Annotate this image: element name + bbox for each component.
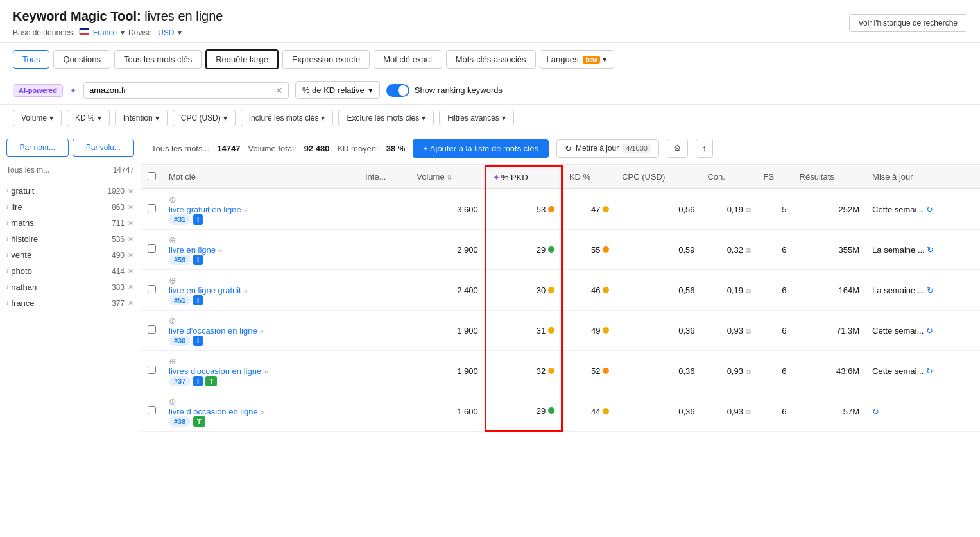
history-button[interactable]: Voir l'historique de recherche <box>849 14 967 32</box>
intent-badge: I <box>193 376 203 386</box>
sort-by-name-btn[interactable]: Par nom... <box>6 139 69 157</box>
keyword-link[interactable]: livres d'occasion en ligne » <box>169 366 352 376</box>
intent-badge: I <box>193 336 203 346</box>
ranking-toggle[interactable] <box>386 84 409 97</box>
filter-kd[interactable]: KD % ▾ <box>67 110 110 126</box>
filter-intention[interactable]: Intention ▾ <box>115 110 168 126</box>
col-intent: Inte... <box>359 166 410 189</box>
copy-icon[interactable]: ⧉ <box>746 368 751 375</box>
refresh-row-icon[interactable]: ↻ <box>926 366 933 376</box>
eye-icon-histoire[interactable]: 👁 <box>127 235 134 243</box>
add-keyword-icon[interactable]: ⊕ <box>169 356 176 366</box>
kd-dropdown[interactable]: % de KD relative ▾ <box>295 81 380 99</box>
refresh-row-icon[interactable]: ↻ <box>926 326 933 336</box>
eye-icon-france[interactable]: 👁 <box>127 300 134 307</box>
sidebar-item-photo[interactable]: › photo 414 👁 <box>0 263 141 279</box>
volume-value: 92 480 <box>304 144 330 153</box>
refresh-row-icon[interactable]: ↻ <box>927 245 934 255</box>
row-checkbox[interactable] <box>148 285 156 293</box>
tab-tous[interactable]: Tous <box>13 50 49 69</box>
col-pkd: ✦% PKD <box>485 166 562 189</box>
tab-mots-cles-associes[interactable]: Mots-clés associés <box>446 50 536 69</box>
clear-search-icon[interactable]: ✕ <box>275 85 283 96</box>
copy-icon[interactable]: ⧉ <box>746 246 751 254</box>
filter-include[interactable]: Inclure les mots clés ▾ <box>241 110 334 126</box>
eye-icon-gratuit[interactable]: 👁 <box>127 187 134 195</box>
filter-cpc[interactable]: CPC (USD) ▾ <box>173 110 236 126</box>
add-keyword-icon[interactable]: ⊕ <box>169 396 176 407</box>
filter-advanced[interactable]: Filtres avancés ▾ <box>439 110 514 126</box>
table-row: ⊕ livre gratuit en ligne » #31 I 3 600 5… <box>141 189 980 230</box>
eye-icon-vente[interactable]: 👁 <box>127 251 134 259</box>
sort-by-vol-btn[interactable]: Par volu... <box>73 139 135 157</box>
copy-icon[interactable]: ⧉ <box>746 327 751 335</box>
refresh-row-icon[interactable]: ↻ <box>872 407 879 416</box>
tab-mot-cle-exact[interactable]: Mot clé exact <box>374 50 442 69</box>
chevron-exclude: ▾ <box>422 114 426 123</box>
sidebar-item-lire[interactable]: › lire 863 👁 <box>0 199 141 215</box>
row-checkbox[interactable] <box>148 366 156 374</box>
sidebar-item-histoire[interactable]: › histoire 536 👁 <box>0 231 141 247</box>
row-checkbox[interactable] <box>148 406 156 414</box>
fs-cell: 6 <box>757 391 793 432</box>
tab-requete-large[interactable]: Requête large <box>205 49 279 69</box>
export-button[interactable]: ↑ <box>696 139 713 158</box>
rank-badge: #37 <box>169 376 191 386</box>
row-checkbox[interactable] <box>148 204 156 212</box>
rank-badge: #59 <box>169 255 191 265</box>
eye-icon-maths[interactable]: 👁 <box>127 219 134 227</box>
sidebar-item-maths[interactable]: › maths 711 👁 <box>0 215 141 231</box>
add-keyword-icon[interactable]: ⊕ <box>169 316 176 326</box>
filter-volume[interactable]: Volume ▾ <box>13 110 62 126</box>
chevron-country[interactable]: ▾ <box>121 28 125 37</box>
add-keyword-icon[interactable]: ⊕ <box>169 235 176 245</box>
keyword-link[interactable]: livre d'occasion en ligne » <box>169 326 352 336</box>
tab-langues[interactable]: Langues beta ▾ <box>540 50 614 69</box>
intent-cell <box>359 230 410 270</box>
eye-icon-photo[interactable]: 👁 <box>127 268 134 275</box>
table-row: ⊕ livre en ligne gratuit » #51 I 2 400 3… <box>141 270 980 311</box>
add-keyword-icon[interactable]: ⊕ <box>169 194 176 205</box>
copy-icon[interactable]: ⧉ <box>746 287 751 294</box>
refresh-row-icon[interactable]: ↻ <box>927 286 934 295</box>
select-all-checkbox[interactable] <box>148 172 156 180</box>
keyword-link[interactable]: livre en ligne gratuit » <box>169 286 352 295</box>
fs-cell: 5 <box>757 189 793 230</box>
tab-questions[interactable]: Questions <box>53 50 110 69</box>
tab-tous-mots-cles[interactable]: Tous les mots clés <box>114 50 202 69</box>
add-keywords-button[interactable]: + Ajouter à la liste de mots clés <box>413 139 549 158</box>
copy-icon[interactable]: ⧉ <box>746 408 751 416</box>
country-link[interactable]: France <box>93 28 117 37</box>
keyword-link[interactable]: livre gratuit en ligne » <box>169 205 352 214</box>
volume-cell: 1 900 <box>410 351 485 391</box>
search-input[interactable] <box>89 85 271 95</box>
copy-icon[interactable]: ⧉ <box>746 206 751 214</box>
sidebar-item-gratuit[interactable]: › gratuit 1920 👁 <box>0 183 141 199</box>
add-keyword-icon[interactable]: ⊕ <box>169 275 176 286</box>
eye-icon-lire[interactable]: 👁 <box>127 203 134 211</box>
settings-button[interactable]: ⚙ <box>667 139 688 158</box>
currency-link[interactable]: USD <box>158 28 174 37</box>
sidebar-item-nathan[interactable]: › nathan 383 👁 <box>0 279 141 295</box>
keyword-link[interactable]: livre en ligne » <box>169 245 352 255</box>
row-checkbox[interactable] <box>148 244 156 253</box>
keyword-link[interactable]: livre d occasion en ligne » <box>169 407 352 416</box>
filter-exclude[interactable]: Exclure les mots clés ▾ <box>338 110 434 126</box>
pkd-dot <box>548 206 554 212</box>
pkd-cell: 29 <box>485 230 562 270</box>
kd-cell: 46 <box>562 270 615 311</box>
results-cell: 164M <box>793 270 866 311</box>
row-checkbox[interactable] <box>148 325 156 334</box>
intent-cell <box>359 189 410 230</box>
update-button[interactable]: ↻ Mettre à jour 4/1000 <box>556 139 659 158</box>
col-volume[interactable]: Volume ⇅ <box>410 166 485 189</box>
sidebar-item-vente[interactable]: › vente 490 👁 <box>0 247 141 263</box>
chevron-currency[interactable]: ▾ <box>178 28 182 37</box>
tab-expression-exacte[interactable]: Expression exacte <box>282 50 370 69</box>
chevron-nathan: › <box>6 284 8 291</box>
volume-cell: 1 900 <box>410 311 485 351</box>
sidebar-item-france[interactable]: › france 377 👁 <box>0 295 141 311</box>
eye-icon-nathan[interactable]: 👁 <box>127 284 134 291</box>
chevron-kd: ▾ <box>368 85 373 95</box>
refresh-row-icon[interactable]: ↻ <box>926 205 933 214</box>
